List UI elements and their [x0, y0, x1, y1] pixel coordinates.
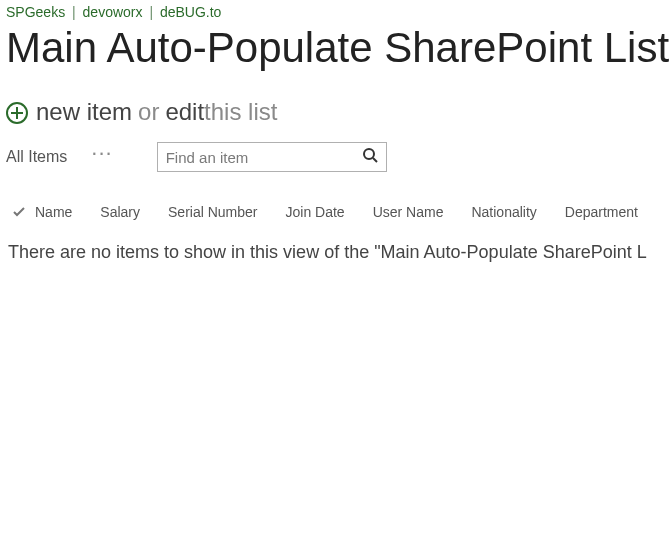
column-department[interactable]: Department — [565, 204, 638, 220]
column-salary[interactable]: Salary — [100, 204, 140, 220]
select-all-check-icon[interactable] — [12, 205, 27, 219]
search-box[interactable] — [157, 142, 387, 172]
breadcrumb: SPGeeks | devoworx | deBUG.to — [0, 0, 672, 20]
breadcrumb-link-spgeeks[interactable]: SPGeeks — [6, 4, 65, 20]
column-serial-number[interactable]: Serial Number — [168, 204, 257, 220]
breadcrumb-sep: | — [72, 4, 76, 20]
column-name[interactable]: Name — [35, 204, 72, 220]
svg-point-0 — [364, 149, 374, 159]
empty-list-message: There are no items to show in this view … — [0, 228, 672, 277]
search-input[interactable] — [166, 149, 362, 166]
or-text: or — [138, 98, 159, 126]
svg-line-1 — [373, 158, 377, 162]
column-join-date[interactable]: Join Date — [286, 204, 345, 220]
breadcrumb-link-devoworx[interactable]: devoworx — [83, 4, 143, 20]
page-title: Main Auto-Populate SharePoint List — [0, 24, 672, 72]
column-nationality[interactable]: Nationality — [471, 204, 536, 220]
column-user-name[interactable]: User Name — [373, 204, 444, 220]
new-item-link[interactable]: new item — [36, 98, 132, 126]
ellipsis-icon[interactable]: ··· — [91, 140, 112, 166]
table-header: Name Salary Serial Number Join Date User… — [0, 196, 672, 228]
view-all-items[interactable]: All Items — [6, 148, 67, 166]
edit-link[interactable]: edit — [165, 98, 204, 126]
list-actions: new item or edit this list — [0, 72, 672, 126]
breadcrumb-link-debugto[interactable]: deBUG.to — [160, 4, 221, 20]
this-list-text: this list — [204, 98, 277, 126]
plus-icon[interactable] — [6, 102, 28, 124]
search-icon[interactable] — [362, 147, 378, 167]
list-toolbar: All Items ··· — [0, 126, 672, 172]
breadcrumb-sep: | — [149, 4, 153, 20]
